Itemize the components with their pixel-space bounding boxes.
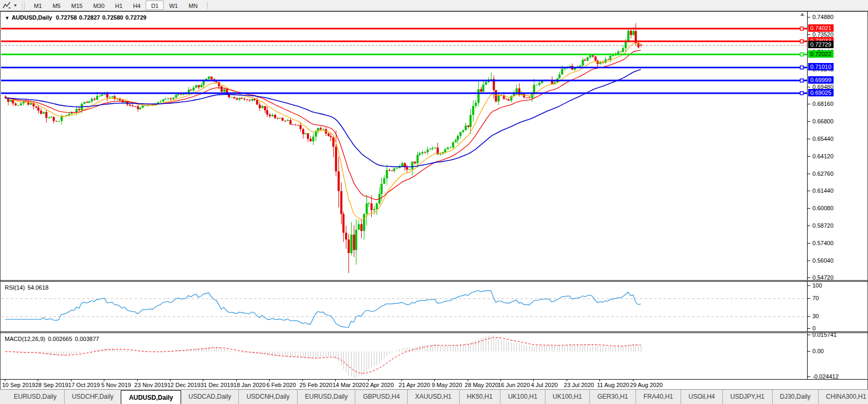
- time-axis-label: 17 Oct 2019: [68, 382, 100, 388]
- ohlc-low: 0.72580: [102, 14, 123, 21]
- price-axis-tick: [808, 17, 810, 17]
- time-axis-tick: [434, 380, 435, 381]
- time-axis-tick: [71, 380, 71, 381]
- time-axis-tick: [500, 380, 501, 381]
- time-axis-tick: [368, 380, 369, 381]
- chart-tab-usdchf-daily[interactable]: USDCHF,Daily: [64, 390, 121, 404]
- time-axis-label: 4 Jul 2020: [531, 382, 558, 388]
- macd-main-value: 0.002665: [48, 336, 72, 342]
- price-axis-tick: [808, 174, 810, 174]
- price-axis-tick-label: 0.62760: [812, 170, 834, 177]
- macd-axis-tick-label: 0.00: [812, 348, 824, 354]
- price-axis-tick: [808, 191, 810, 191]
- rsi-label: RSI(14)54.0618: [5, 284, 51, 291]
- rsi-axis: 10070300: [808, 282, 867, 331]
- time-axis-tick: [236, 380, 237, 381]
- time-axis-label: 23 Nov 2019: [135, 382, 167, 388]
- time-axis-label: 2 Apr 2020: [365, 382, 393, 388]
- macd-plot[interactable]: [1, 334, 807, 380]
- time-axis-label: 21 Apr 2020: [399, 382, 430, 388]
- chart-tab-china300-h1[interactable]: CHINA300,H1: [818, 390, 868, 404]
- chart-tab-gbpusd-h4[interactable]: GBPUSD,H4: [355, 390, 407, 404]
- chart-tool-caret-icon[interactable]: ▼: [13, 3, 17, 8]
- chart-tab-eurusd-daily[interactable]: EURUSD,Daily: [297, 390, 355, 404]
- chart-tab-uk100-h1[interactable]: UK100,H1: [500, 390, 544, 404]
- price-axis-tick: [808, 104, 810, 104]
- chart-tool-icon[interactable]: [2, 1, 12, 10]
- price-axis-tick: [808, 261, 810, 261]
- price-axis-tick-label: 0.68160: [812, 101, 834, 107]
- price-axis-tick: [808, 156, 810, 157]
- chart-tab-xauusd-h1[interactable]: XAUUSD,H1: [407, 390, 459, 404]
- chart-tab-uk100-h1[interactable]: UK100,H1: [545, 390, 589, 404]
- time-axis-label: 29 Aug 2020: [630, 382, 663, 388]
- timeframe-button-m30[interactable]: M30: [88, 1, 110, 10]
- time-axis-label: 28 May 2020: [465, 382, 499, 388]
- chart-tab-dj30-daily[interactable]: DJ30,Daily: [772, 390, 818, 404]
- rsi-panel[interactable]: RSI(14)54.0618 10070300: [1, 281, 867, 332]
- chart-tab-eurusd-daily[interactable]: EURUSD,Daily: [6, 390, 64, 404]
- chart-title-caret-icon[interactable]: ▼: [5, 15, 10, 21]
- price-chart-panel[interactable]: ▼AUDUSD,Daily 0.727580.728270.725800.727…: [1, 11, 867, 281]
- time-axis-tick: [302, 380, 303, 381]
- timeframe-button-w1[interactable]: W1: [164, 1, 183, 10]
- timeframe-button-m15[interactable]: M15: [66, 1, 87, 10]
- chart-tab-audusd-daily[interactable]: AUDUSD,Daily: [121, 390, 181, 404]
- chart-tab-usdcad-daily[interactable]: USDCAD,Daily: [181, 390, 239, 404]
- price-axis-tick-label: 0.56040: [812, 257, 834, 264]
- macd-axis-tick-label: -0.024412: [812, 373, 839, 380]
- price-level-badge: 0.72022: [808, 50, 834, 58]
- timeframe-button-m1[interactable]: M1: [29, 1, 47, 10]
- time-axis-tick: [468, 380, 468, 381]
- price-axis-tick-label: 0.65440: [812, 136, 834, 142]
- timeframe-button-m5[interactable]: M5: [47, 1, 66, 10]
- time-axis-tick: [38, 380, 38, 381]
- price-axis-tick-label: 0.58720: [812, 222, 834, 229]
- macd-axis: 0.0157410.00-0.024412: [808, 333, 867, 379]
- rsi-plot[interactable]: [1, 282, 807, 332]
- time-axis-label: 6 Feb 2020: [266, 382, 296, 388]
- price-axis-tick-label: 0.64120: [812, 153, 834, 159]
- price-axis-tick: [808, 208, 810, 209]
- ohlc-open: 0.72758: [56, 14, 77, 21]
- timeframe-button-h4[interactable]: H4: [128, 1, 146, 10]
- chart-tab-fra40-h1[interactable]: FRA40,H1: [636, 390, 681, 404]
- time-axis-label: 9 May 2020: [432, 382, 462, 388]
- timeframe-button-h1[interactable]: H1: [110, 1, 128, 10]
- time-axis-label: 11 Aug 2020: [597, 382, 629, 388]
- macd-label: MACD(12,26,9)0.0026650.003877: [5, 336, 102, 342]
- time-axis-tick: [170, 380, 171, 381]
- rsi-value: 54.0618: [28, 284, 49, 291]
- chart-tab-hk50-h1[interactable]: HK50,H1: [459, 390, 500, 404]
- price-axis-tick: [808, 277, 810, 278]
- price-axis-tick-label: 0.60080: [812, 205, 834, 211]
- rsi-axis-tick-label: 70: [812, 295, 819, 301]
- macd-name: MACD(12,26,9): [5, 336, 45, 342]
- timeframe-button-group: M1M5M15M30H1H4D1W1MN: [29, 1, 203, 10]
- macd-panel[interactable]: MACD(12,26,9)0.0026650.003877 0.0157410.…: [1, 333, 867, 380]
- time-axis-tick: [5, 380, 5, 381]
- rsi-axis-tick-label: 0: [812, 325, 816, 331]
- price-axis-tick: [808, 243, 810, 244]
- chart-tab-usdcnh-daily[interactable]: USDCNH,Daily: [238, 390, 297, 404]
- chart-tab-ger30-h1[interactable]: GER30,H1: [589, 390, 636, 404]
- time-axis-tick: [567, 380, 567, 381]
- chart-shift-marker-icon[interactable]: [800, 13, 804, 16]
- chart-tab-usoil-h4[interactable]: USOil,H4: [681, 390, 722, 404]
- rsi-axis-tick: [808, 328, 810, 329]
- time-axis-label: 18 Jan 2020: [234, 382, 266, 388]
- timeframe-button-mn[interactable]: MN: [183, 1, 203, 10]
- time-axis: 10 Sep 201928 Sep 201917 Oct 20195 Nov 2…: [1, 380, 867, 389]
- price-level-badge: 0.72729: [808, 41, 834, 48]
- time-axis-tick: [269, 380, 270, 381]
- macd-axis-tick-label: 0.015741: [812, 331, 837, 338]
- time-axis-label: 10 Sep 2019: [2, 382, 35, 388]
- ohlc-high: 0.72827: [79, 14, 100, 21]
- toolbar-grip-handle[interactable]: [22, 2, 25, 10]
- timeframe-button-d1[interactable]: D1: [146, 1, 164, 10]
- candlestick-plot[interactable]: [1, 12, 807, 281]
- rsi-axis-tick-label: 30: [812, 313, 819, 319]
- chart-tab-usdjpy-h1[interactable]: USDJPY,H1: [722, 390, 772, 404]
- time-axis-tick: [104, 380, 104, 381]
- price-axis-tick-label: 0.57400: [812, 240, 834, 246]
